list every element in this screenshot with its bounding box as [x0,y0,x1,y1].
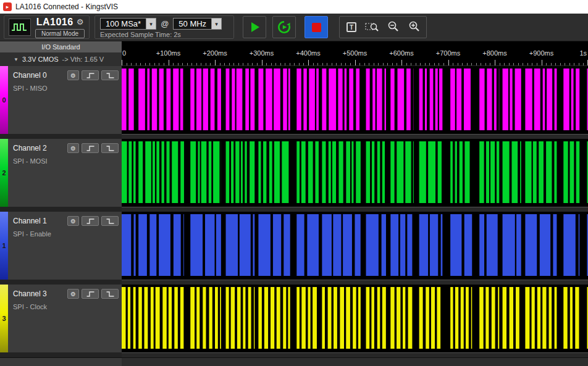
channel-block-3[interactable]: 3 Channel 3 ⚙ SPI - Clock [0,285,122,352]
channel-block-2[interactable]: 2 Channel 2 ⚙ SPI - MOSI [0,139,122,207]
channel-block-0[interactable]: 0 Channel 0 ⚙ SPI - MISO [0,66,122,134]
channel-block-1[interactable]: 1 Channel 1 ⚙ SPI - Enable [0,212,122,280]
trigger-falling-edge-button[interactable] [101,216,119,226]
ruler-minor-tick [387,63,388,65]
ruler-minor-tick [560,63,561,65]
channel-color-strip: 3 [0,285,8,352]
channel-name: Channel 2 [13,144,65,152]
ruler-minor-tick [467,63,468,65]
repeat-capture-button[interactable] [272,16,296,38]
collapse-triangle-icon[interactable]: ▼ [14,57,19,62]
waveform-row-channel-3[interactable] [122,285,588,352]
ruler-major-tick [542,60,542,65]
ruler-minor-tick [327,63,327,65]
ruler-label: 0 [122,49,126,57]
stop-capture-button[interactable] [304,16,328,38]
time-ruler[interactable]: 0+100ms+200ms+300ms+400ms+500ms+600ms+70… [122,41,588,66]
voltage-standard-label: 3.3V CMOS [22,56,59,63]
dropdown-arrow-icon[interactable]: ▾ [211,19,221,29]
channel-settings-gear-icon[interactable]: ⚙ [67,70,79,80]
trigger-falling-edge-button[interactable] [101,143,119,153]
waveform-canvas-channel-3[interactable] [122,287,588,349]
waveform-canvas-channel-0[interactable] [122,69,588,130]
ruler-minor-tick [425,63,426,65]
ruler-minor-tick [275,63,276,65]
ruler-minor-tick [513,63,514,65]
ruler-minor-tick [224,63,225,65]
waveform-canvas-channel-1[interactable] [122,214,588,276]
ruler-minor-tick [555,63,556,65]
row-separator [122,134,588,139]
zoom-out-icon [387,20,400,34]
ruler-minor-tick [257,63,258,65]
ruler-minor-tick [574,63,574,65]
waveform-row-channel-2[interactable] [122,139,588,207]
zoom-in-icon [408,20,421,34]
ruler-minor-tick [299,63,300,65]
zoom-selection-button[interactable] [363,19,382,36]
ruler-minor-tick [462,63,463,65]
ruler-major-tick [215,60,216,65]
ruler-major-tick [169,60,169,65]
zoom-out-button[interactable] [384,19,403,36]
at-symbol: @ [161,19,169,28]
trigger-falling-edge-button[interactable] [101,289,119,299]
rising-edge-icon [86,145,95,152]
ruler-minor-tick [397,63,397,65]
start-capture-button[interactable] [243,16,266,38]
ruler-minor-tick [569,63,570,65]
channel-sidebar: I/O Standard ▼ 3.3V CMOS -> Vth: 1.65 V … [0,41,122,357]
channel-protocol-label: SPI - Clock [13,303,119,310]
ruler-minor-tick [518,63,519,65]
ruler-minor-tick [280,63,281,65]
channel-settings-gear-icon[interactable]: ⚙ [67,143,79,153]
ruler-minor-tick [266,63,267,65]
zoom-in-button[interactable] [405,19,424,36]
ruler-minor-tick [416,63,416,65]
voltage-vth-label: -> Vth: 1.65 V [62,56,104,63]
ruler-label: +500ms [343,49,367,57]
device-settings-gear-icon[interactable]: ⚙ [77,18,84,26]
ruler-minor-tick [429,63,430,65]
dropdown-arrow-icon[interactable]: ▾ [146,19,156,29]
ruler-minor-tick [173,63,174,65]
ruler-minor-tick [285,63,285,65]
channel-settings-gear-icon[interactable]: ⚙ [67,216,79,226]
channel-settings-gear-icon[interactable]: ⚙ [67,289,79,299]
sample-rate-select[interactable]: 100 MSa* ▾ [100,18,156,30]
trigger-rising-edge-button[interactable] [82,289,99,299]
channel-protocol-label: SPI - Enable [13,230,119,238]
toolbar: LA1016 ⚙ Normal Mode 100 MSa* ▾ @ 50 MHz… [0,14,588,41]
voltage-threshold-row[interactable]: ▼ 3.3V CMOS -> Vth: 1.65 V [0,52,122,66]
trigger-falling-edge-button[interactable] [101,70,119,80]
trigger-rising-edge-button[interactable] [82,216,99,226]
ruler-minor-tick [565,63,565,65]
ruler-minor-tick [500,63,500,65]
ruler-minor-tick [579,63,579,65]
ruler-minor-tick [210,63,211,65]
channel-name: Channel 3 [13,289,65,298]
trigger-rising-edge-button[interactable] [82,143,99,153]
row-separator [122,352,588,357]
ruler-minor-tick [252,63,253,65]
row-separator [122,280,588,285]
waveform-rows [122,66,588,357]
io-standard-header[interactable]: I/O Standard [0,41,122,52]
frequency-select[interactable]: 50 MHz ▾ [173,18,222,30]
trigger-marker-button[interactable]: T [342,19,361,36]
waveform-canvas-channel-2[interactable] [122,141,588,203]
ruler-minor-tick [374,63,374,65]
ruler-minor-tick [206,63,206,65]
ruler-minor-tick [332,63,332,65]
channel-color-strip: 1 [0,212,8,280]
ruler-minor-tick [350,63,351,65]
waveform-row-channel-1[interactable] [122,212,588,280]
waveform-row-channel-0[interactable] [122,66,588,134]
falling-edge-icon [106,145,115,152]
ruler-minor-tick [313,63,314,65]
zoom-selection-icon [365,21,380,33]
frequency-value: 50 MHz [174,19,211,29]
ruler-minor-tick [458,63,458,65]
stop-icon [312,23,321,32]
trigger-rising-edge-button[interactable] [82,70,99,80]
